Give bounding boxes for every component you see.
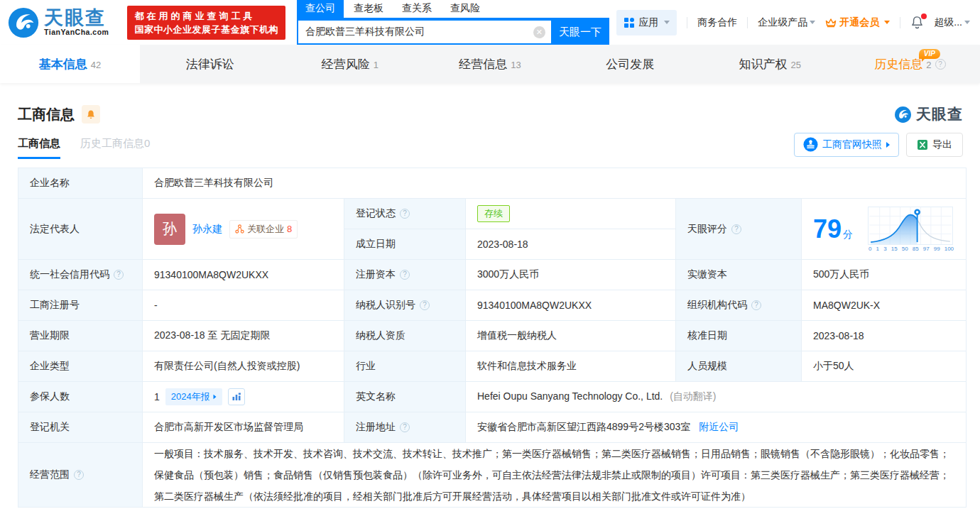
logo-title: 天眼查 bbox=[44, 9, 109, 28]
taxpayer-id-label: 纳税人识别号 bbox=[356, 299, 415, 312]
reg-address-value: 安徽省合肥市高新区望江西路4899号2号楼303室 bbox=[477, 421, 690, 432]
reg-address-cell: 安徽省合肥市高新区望江西路4899号2号楼303室 附近公司 bbox=[466, 412, 967, 443]
business-scope-label-cell: 经营范围? bbox=[18, 443, 143, 508]
help-icon[interactable]: ? bbox=[400, 422, 410, 432]
menu-cooperation[interactable]: 商务合作 bbox=[697, 16, 737, 29]
score-label-cell: 天眼评分? bbox=[676, 199, 802, 260]
legal-rep-link[interactable]: 孙永建 bbox=[192, 223, 222, 236]
tab-legal-proceedings[interactable]: 法律诉讼 bbox=[140, 45, 280, 83]
insured-label: 参保人数 bbox=[18, 382, 143, 412]
help-icon[interactable]: ? bbox=[751, 300, 761, 310]
vip-badge: VIP bbox=[919, 49, 940, 59]
divider bbox=[747, 17, 748, 28]
account-label: 超级... bbox=[934, 16, 962, 29]
enterprise-label: 企业级产品 bbox=[758, 16, 807, 29]
tab-label: 知识产权 bbox=[739, 56, 788, 72]
tab-count: 25 bbox=[791, 60, 801, 70]
watermark-logo: 天眼查 bbox=[894, 104, 963, 124]
legal-rep-label: 法定代表人 bbox=[18, 199, 143, 260]
subtab-row: 工商信息 历史工商信息0 工商官网快照 导出 bbox=[0, 124, 980, 159]
export-button[interactable]: 导出 bbox=[906, 133, 963, 157]
industry-value: 软件和信息技术服务业 bbox=[466, 351, 676, 382]
taxpayer-quality-value: 增值税一般纳税人 bbox=[466, 321, 676, 351]
reg-status-label-cell: 登记状态? bbox=[344, 199, 466, 229]
notification-bell[interactable] bbox=[910, 16, 924, 29]
tab-label: 历史信息 bbox=[874, 56, 922, 72]
clear-search-icon[interactable]: ✕ bbox=[533, 26, 545, 38]
tab-history-info[interactable]: 历史信息 2 ? VIP bbox=[840, 45, 980, 83]
apps-label: 应用 bbox=[638, 16, 658, 29]
export-label: 导出 bbox=[932, 138, 952, 151]
search-tab-risk[interactable]: 查风险 bbox=[442, 0, 489, 18]
table-row: 营业期限 2023-08-18 至 无固定期限 纳税人资质 增值税一般纳税人 核… bbox=[18, 321, 967, 351]
biz-term-label: 营业期限 bbox=[18, 321, 143, 351]
section-title: 工商信息 bbox=[18, 105, 75, 124]
org-code-label-cell: 组织机构代码? bbox=[676, 290, 802, 321]
score-value: 79 bbox=[813, 214, 842, 243]
reg-capital-value: 3000万人民币 bbox=[466, 260, 676, 290]
score-axis-ticks: 0131550859799100 bbox=[868, 245, 954, 252]
help-icon[interactable]: ? bbox=[74, 470, 84, 480]
tab-intellectual-property[interactable]: 知识产权 25 bbox=[700, 45, 840, 83]
snapshot-label: 工商官网快照 bbox=[822, 138, 882, 151]
help-icon[interactable]: ? bbox=[114, 270, 124, 280]
reg-capital-label: 注册资本 bbox=[356, 268, 396, 281]
tab-count: 42 bbox=[91, 60, 101, 70]
help-icon[interactable]: ? bbox=[400, 209, 410, 219]
tianyancha-logo[interactable]: 天眼查 TianYanCha.com bbox=[7, 6, 109, 39]
tab-count: 1 bbox=[374, 60, 379, 70]
search-button[interactable]: 天眼一下 bbox=[551, 19, 609, 45]
related-companies-badge[interactable]: 关联企业 8 bbox=[229, 220, 298, 239]
search-tab-company[interactable]: 查公司 bbox=[297, 0, 344, 18]
top-header: 天眼查 TianYanCha.com 都在用的商业查询工具 国家中小企业发展子基… bbox=[0, 0, 980, 45]
business-scope-label: 经营范围 bbox=[30, 469, 70, 481]
notification-dot bbox=[921, 13, 927, 19]
table-row: 法定代表人 孙 孙永建 关联企业 8 登记状态? bbox=[18, 199, 967, 229]
nearby-companies-link[interactable]: 附近公司 bbox=[699, 421, 739, 432]
tab-count: 13 bbox=[511, 60, 521, 70]
company-nav-tabs: 基本信息 42 法律诉讼 经营风险 1 经营信息 13 公司发展 知识产权 25… bbox=[0, 45, 980, 83]
tab-label: 经营风险 bbox=[322, 56, 370, 72]
tab-label: 基本信息 bbox=[39, 56, 87, 72]
grid-apps-icon bbox=[624, 17, 635, 28]
reg-capital-label-cell: 注册资本? bbox=[344, 260, 466, 290]
help-icon[interactable]: ? bbox=[935, 59, 946, 70]
search-tab-relation[interactable]: 查关系 bbox=[393, 0, 440, 18]
chevron-down-icon bbox=[884, 21, 890, 24]
search-area: 查公司 查老板 查关系 查风险 ✕ 天眼一下 bbox=[297, 0, 609, 45]
tab-basic-info[interactable]: 基本信息 42 bbox=[0, 45, 140, 83]
help-icon[interactable]: ? bbox=[731, 224, 741, 234]
tab-company-development[interactable]: 公司发展 bbox=[560, 45, 700, 83]
table-row: 统一社会信用代码? 91340100MA8QW2UKXX 注册资本? 3000万… bbox=[18, 260, 967, 290]
chevron-down-icon bbox=[964, 21, 970, 24]
approval-date-label: 核准日期 bbox=[676, 321, 802, 351]
reg-status-value-cell: 存续 bbox=[466, 199, 676, 229]
search-tab-boss[interactable]: 查老板 bbox=[345, 0, 392, 18]
table-row: 经营范围? 一般项目：技术服务、技术开发、技术咨询、技术交流、技术转让、技术推广… bbox=[18, 443, 967, 508]
tab-operating-info[interactable]: 经营信息 13 bbox=[420, 45, 560, 83]
tianyancha-mark-icon bbox=[894, 106, 912, 124]
search-input[interactable] bbox=[297, 19, 551, 45]
excel-icon bbox=[917, 139, 928, 150]
score-label: 天眼评分 bbox=[687, 223, 727, 236]
est-date-label: 成立日期 bbox=[344, 229, 466, 260]
menu-enterprise[interactable]: 企业级产品 bbox=[758, 16, 815, 29]
apps-menu[interactable]: 应用 bbox=[616, 10, 677, 35]
subtab-history-business-info[interactable]: 历史工商信息0 bbox=[80, 137, 150, 159]
tab-label: 公司发展 bbox=[606, 56, 654, 72]
help-icon[interactable]: ? bbox=[420, 300, 430, 310]
open-member-button[interactable]: 开通会员 bbox=[825, 16, 890, 29]
crown-icon bbox=[825, 18, 837, 28]
taxpayer-quality-label: 纳税人资质 bbox=[344, 321, 466, 351]
official-snapshot-button[interactable]: 工商官网快照 bbox=[794, 133, 899, 157]
avatar[interactable]: 孙 bbox=[154, 214, 185, 245]
tab-operating-risk[interactable]: 经营风险 1 bbox=[280, 45, 420, 83]
insured-trend-button[interactable] bbox=[228, 388, 245, 405]
subscribe-bell-button[interactable] bbox=[82, 105, 100, 124]
subtab-business-info[interactable]: 工商信息 bbox=[18, 137, 60, 159]
table-row: 参保人数 1 2024年报 英文名称 Hef bbox=[18, 382, 967, 412]
annual-report-badge[interactable]: 2024年报 bbox=[165, 388, 222, 405]
account-menu[interactable]: 超级... bbox=[934, 16, 970, 29]
score-cell: 79分 bbox=[802, 199, 967, 260]
help-icon[interactable]: ? bbox=[400, 270, 410, 280]
